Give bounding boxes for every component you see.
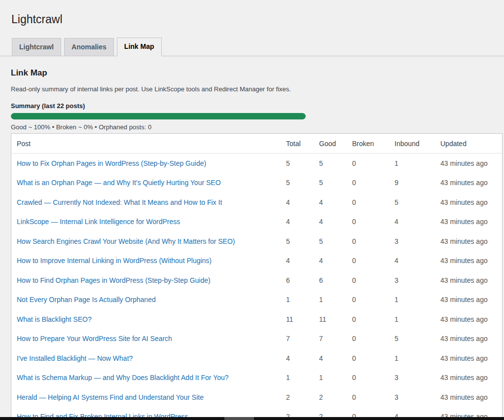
total-cell: 4 [286, 257, 319, 265]
post-link[interactable]: Not Every Orphan Page Is Actually Orphan… [17, 296, 156, 304]
page-title: Lightcrawl [0, 0, 504, 27]
good-cell: 1 [319, 374, 352, 382]
good-cell: 5 [319, 179, 352, 187]
inbound-cell: 4 [395, 257, 440, 265]
table-row: LinkScope — Internal Link Intelligence f… [11, 212, 502, 232]
table-row: What is an Orphan Page — and Why It's Qu… [11, 173, 502, 193]
post-link[interactable]: Crawled — Currently Not Indexed: What It… [17, 198, 222, 206]
table-row: How to Improve Internal Linking in WordP… [11, 251, 502, 271]
inbound-cell: 9 [395, 179, 440, 187]
column-header-broken: Broken [352, 140, 395, 148]
broken-cell: 0 [352, 159, 395, 167]
good-cell: 4 [319, 218, 352, 226]
broken-cell: 0 [352, 393, 395, 401]
total-cell: 5 [286, 237, 319, 245]
inbound-cell: 1 [395, 354, 440, 362]
total-cell: 1 [286, 296, 319, 304]
post-link[interactable]: What is Schema Markup — and Why Does Bla… [17, 374, 229, 382]
table-row: Not Every Orphan Page Is Actually Orphan… [11, 290, 502, 310]
link-map-table: Post Total Good Broken Inbound Updated H… [11, 133, 503, 420]
table-row: How Search Engines Crawl Your Website (A… [11, 231, 502, 251]
inbound-cell: 1 [395, 296, 440, 304]
inbound-cell: 3 [395, 237, 440, 245]
post-link[interactable]: How to Prepare Your WordPress Site for A… [17, 335, 172, 343]
inbound-cell: 3 [395, 393, 440, 401]
post-link[interactable]: LinkScope — Internal Link Intelligence f… [17, 218, 180, 226]
tab-lightcrawl[interactable]: Lightcrawl [12, 38, 61, 56]
table-row: How to Prepare Your WordPress Site for A… [11, 329, 502, 349]
updated-cell: 43 minutes ago [440, 218, 502, 226]
table-row: I've Installed Blacklight — Now What? 4 … [11, 348, 502, 368]
broken-cell: 0 [352, 257, 395, 265]
good-cell: 4 [319, 354, 352, 362]
link-table-body: How to Fix Orphan Pages in WordPress (St… [11, 153, 502, 420]
broken-cell: 0 [352, 237, 395, 245]
tab-link-map[interactable]: Link Map [117, 38, 162, 56]
updated-cell: 43 minutes ago [440, 198, 502, 206]
summary-legend: Good ~ 100% • Broken ~ 0% • Orphaned pos… [11, 123, 504, 131]
post-link[interactable]: I've Installed Blacklight — Now What? [17, 354, 133, 362]
updated-cell: 43 minutes ago [440, 159, 502, 167]
broken-cell: 0 [352, 218, 395, 226]
total-cell: 7 [286, 335, 319, 343]
broken-cell: 0 [352, 296, 395, 304]
total-cell: 6 [286, 276, 319, 284]
column-header-total: Total [286, 140, 319, 148]
table-row: What is Schema Markup — and Why Does Bla… [11, 368, 502, 388]
inbound-cell: 1 [395, 315, 440, 323]
total-cell: 2 [286, 393, 319, 401]
updated-cell: 43 minutes ago [440, 257, 502, 265]
tab-anomalies[interactable]: Anomalies [64, 38, 114, 56]
lightcrawl-admin-page: Lightcrawl Lightcrawl Anomalies Link Map… [0, 0, 504, 420]
broken-cell: 0 [352, 335, 395, 343]
summary-progress-fill [11, 113, 306, 119]
total-cell: 11 [286, 315, 319, 323]
section-heading: Link Map [11, 68, 504, 78]
updated-cell: 43 minutes ago [440, 179, 502, 187]
post-link[interactable]: Herald — Helping AI Systems Find and Und… [17, 393, 204, 401]
post-link[interactable]: How Search Engines Crawl Your Website (A… [17, 237, 235, 245]
good-cell: 4 [319, 198, 352, 206]
updated-cell: 43 minutes ago [440, 237, 502, 245]
post-link[interactable]: How to Fix Orphan Pages in WordPress (St… [17, 159, 206, 167]
updated-cell: 43 minutes ago [440, 374, 502, 382]
broken-cell: 0 [352, 374, 395, 382]
column-header-good: Good [319, 140, 352, 148]
total-cell: 5 [286, 159, 319, 167]
good-cell: 4 [319, 257, 352, 265]
total-cell: 5 [286, 179, 319, 187]
summary-progress-bar [11, 113, 306, 119]
total-cell: 1 [286, 374, 319, 382]
column-header-post: Post [17, 140, 286, 148]
summary-label: Summary (last 22 posts) [11, 102, 504, 110]
table-row: What is Blacklight SEO? 11 11 0 1 43 min… [11, 309, 502, 329]
column-header-inbound: Inbound [395, 140, 440, 148]
good-cell: 2 [319, 393, 352, 401]
column-header-updated: Updated [440, 140, 502, 148]
good-cell: 1 [319, 296, 352, 304]
post-link[interactable]: What is Blacklight SEO? [17, 315, 92, 323]
updated-cell: 43 minutes ago [440, 335, 502, 343]
post-link[interactable]: How to Improve Internal Linking in WordP… [17, 257, 212, 265]
broken-cell: 0 [352, 198, 395, 206]
horizontal-scrollbar[interactable] [0, 417, 504, 420]
updated-cell: 43 minutes ago [440, 276, 502, 284]
horizontal-scrollbar-thumb[interactable] [224, 417, 254, 420]
total-cell: 4 [286, 198, 319, 206]
inbound-cell: 3 [395, 374, 440, 382]
inbound-cell: 1 [395, 159, 440, 167]
inbound-cell: 5 [395, 198, 440, 206]
table-row: How to Fix Orphan Pages in WordPress (St… [11, 153, 502, 173]
table-row: Crawled — Currently Not Indexed: What It… [11, 192, 502, 212]
tab-bar: Lightcrawl Anomalies Link Map [0, 38, 504, 56]
total-cell: 4 [286, 354, 319, 362]
post-link[interactable]: What is an Orphan Page — and Why It's Qu… [17, 179, 221, 187]
broken-cell: 0 [352, 276, 395, 284]
updated-cell: 43 minutes ago [440, 354, 502, 362]
section-description: Read-only summary of internal links per … [11, 85, 504, 93]
updated-cell: 43 minutes ago [440, 296, 502, 304]
broken-cell: 0 [352, 315, 395, 323]
post-link[interactable]: How to Find Orphan Pages in WordPress (S… [17, 276, 211, 284]
total-cell: 4 [286, 218, 319, 226]
updated-cell: 43 minutes ago [440, 393, 502, 401]
